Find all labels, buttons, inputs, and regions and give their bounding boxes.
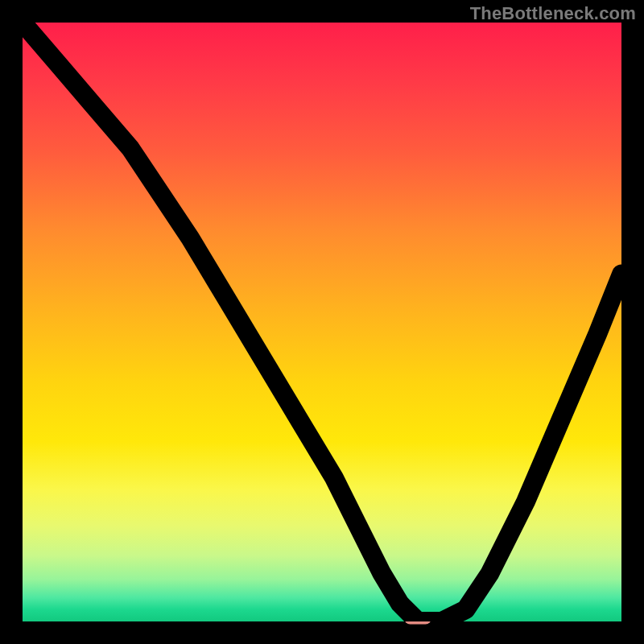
plot-area [23, 23, 621, 621]
bottleneck-curve [23, 23, 621, 621]
chart-frame: TheBottleneck.com [0, 0, 644, 644]
watermark-text: TheBottleneck.com [470, 3, 636, 24]
